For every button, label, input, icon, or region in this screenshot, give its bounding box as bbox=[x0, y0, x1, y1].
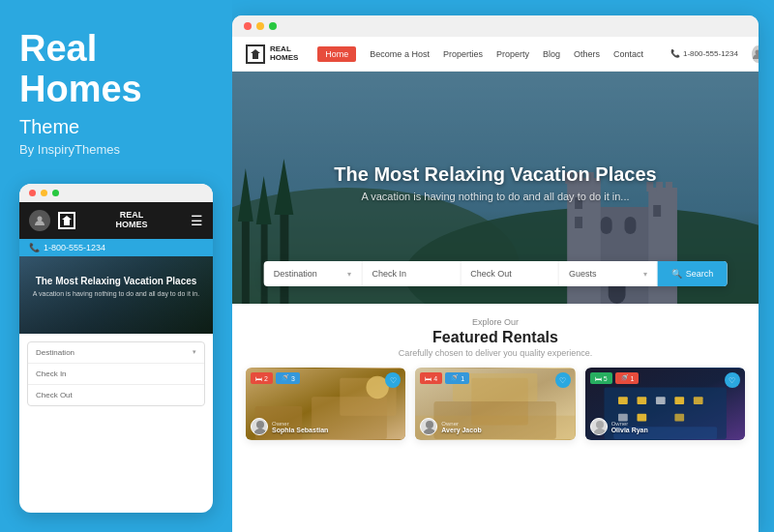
search-guests[interactable]: Guests ▾ bbox=[559, 261, 658, 286]
desktop-avatar[interactable] bbox=[752, 45, 759, 63]
mobile-avatar bbox=[29, 210, 50, 231]
badge-beds-1: 🛏 2 bbox=[251, 372, 273, 384]
svg-rect-48 bbox=[674, 414, 684, 422]
badge-baths-3: 🚿 1 bbox=[615, 372, 640, 384]
mobile-search-box: Destination ▾ Check In Check Out bbox=[27, 341, 205, 406]
mobile-hamburger-icon[interactable]: ☰ bbox=[191, 213, 203, 228]
svg-rect-24 bbox=[625, 217, 637, 234]
search-button[interactable]: 🔍 Search bbox=[658, 261, 728, 286]
nav-item-contact[interactable]: Contact bbox=[613, 49, 643, 59]
nav-item-properties[interactable]: Properties bbox=[443, 49, 483, 59]
badge-baths-2: 🚿 1 bbox=[445, 372, 469, 384]
mobile-search-destination[interactable]: Destination ▾ bbox=[28, 342, 204, 364]
badge-beds-3: 🛏 5 bbox=[590, 372, 612, 384]
rental-badges-2: 🛏 4 🚿 1 bbox=[420, 372, 469, 384]
rental-card-3[interactable]: 🛏 5 🚿 1 ♡ Owner Olivia bbox=[585, 368, 745, 440]
svg-rect-45 bbox=[693, 397, 702, 404]
nav-item-property[interactable]: Property bbox=[496, 49, 529, 59]
mobile-phone-number: 1-800-555-1234 bbox=[44, 243, 105, 252]
svg-point-4 bbox=[404, 207, 759, 304]
mobile-phone-bar: 📞 1-800-555-1234 bbox=[19, 239, 213, 256]
svg-rect-23 bbox=[601, 217, 612, 234]
mobile-dots-bar bbox=[19, 184, 213, 202]
svg-point-0 bbox=[38, 216, 43, 221]
mobile-dot-yellow bbox=[41, 190, 47, 196]
svg-marker-10 bbox=[275, 159, 294, 215]
chevron-icon: ▾ bbox=[643, 270, 647, 279]
svg-rect-18 bbox=[656, 182, 663, 192]
desktop-nav: REAL HOMES Home Become a Host Properties… bbox=[232, 37, 759, 72]
mobile-search-checkout[interactable]: Check Out bbox=[28, 385, 204, 405]
favorite-btn-3[interactable]: ♡ bbox=[725, 372, 740, 388]
featured-title: Featured Rentals bbox=[246, 329, 745, 346]
mobile-dot-green bbox=[52, 190, 59, 196]
owner-avatar-1 bbox=[251, 418, 268, 435]
favorite-btn-2[interactable]: ♡ bbox=[555, 372, 571, 388]
rental-card-1[interactable]: 🛏 2 🚿 3 ♡ Owner Sophia bbox=[246, 368, 405, 440]
desktop-hero: The Most Relaxing Vacation Places A vaca… bbox=[232, 72, 759, 304]
left-panel: Real Homes Theme By InspiryThemes bbox=[0, 0, 232, 532]
rental-image-1: 🛏 2 🚿 3 ♡ Owner Sophia bbox=[246, 368, 405, 440]
search-destination[interactable]: Destination ▾ bbox=[264, 261, 363, 286]
search-checkin[interactable]: Check In bbox=[362, 261, 461, 286]
svg-rect-41 bbox=[618, 397, 628, 404]
rental-owner-1: Owner Sophia Sebastian bbox=[251, 418, 328, 435]
theme-author: By InspiryThemes bbox=[19, 142, 213, 157]
badge-baths-1: 🚿 3 bbox=[276, 372, 300, 384]
nav-item-become-host[interactable]: Become a Host bbox=[370, 49, 430, 59]
svg-rect-5 bbox=[242, 217, 250, 304]
owner-avatar-2 bbox=[420, 418, 437, 435]
mobile-dot-red bbox=[29, 190, 36, 196]
phone-icon: 📞 bbox=[670, 49, 680, 58]
hero-search-bar: Destination ▾ Check In Check Out Guests … bbox=[264, 261, 728, 286]
rental-image-2: 🛏 4 🚿 1 ♡ Owner Avery J bbox=[415, 368, 575, 440]
hero-subtitle: A vacation is having nothing to do and a… bbox=[334, 191, 656, 202]
badge-beds-2: 🛏 4 bbox=[420, 372, 442, 384]
search-icon: 🔍 bbox=[671, 269, 682, 279]
svg-point-38 bbox=[426, 421, 433, 429]
nav-item-home[interactable]: Home bbox=[317, 46, 356, 62]
desktop-dot-yellow bbox=[256, 22, 264, 30]
svg-point-1 bbox=[755, 49, 759, 54]
nav-item-others[interactable]: Others bbox=[574, 49, 600, 59]
svg-point-50 bbox=[596, 421, 604, 429]
chevron-icon: ▾ bbox=[347, 270, 351, 279]
featured-subtitle: Carefully chosen to deliver you quality … bbox=[246, 348, 745, 358]
desktop-logo: REAL HOMES bbox=[246, 44, 298, 64]
mobile-logo-text: REAL HOMES bbox=[80, 211, 183, 230]
search-checkout[interactable]: Check Out bbox=[461, 261, 559, 286]
mobile-nav: REAL HOMES ☰ bbox=[19, 202, 213, 239]
rental-badges-3: 🛏 5 🚿 1 bbox=[590, 372, 640, 384]
svg-rect-43 bbox=[656, 397, 666, 404]
desktop-dot-red bbox=[244, 22, 252, 30]
desktop-dots-bar bbox=[232, 15, 759, 37]
svg-marker-6 bbox=[238, 168, 253, 222]
rental-image-3: 🛏 5 🚿 1 ♡ Owner Olivia bbox=[585, 368, 745, 440]
mobile-preview: REAL HOMES ☰ 📞 1-800-555-1234 The Most R… bbox=[19, 184, 213, 513]
hero-content: The Most Relaxing Vacation Places A vaca… bbox=[334, 163, 656, 212]
nav-item-blog[interactable]: Blog bbox=[543, 49, 560, 59]
mobile-hero: The Most Relaxing Vacation Places A vaca… bbox=[19, 256, 213, 334]
svg-marker-8 bbox=[256, 176, 272, 224]
svg-rect-19 bbox=[666, 182, 672, 192]
rental-badges-1: 🛏 2 🚿 3 bbox=[251, 372, 300, 384]
desktop-dot-green bbox=[269, 22, 277, 30]
owner-avatar-3 bbox=[590, 418, 608, 435]
mobile-search-checkin[interactable]: Check In bbox=[28, 364, 204, 385]
rental-owner-3: Owner Olivia Ryan bbox=[590, 418, 648, 435]
mobile-logo: REAL HOMES bbox=[58, 211, 183, 230]
featured-explore-label: Explore Our bbox=[246, 317, 745, 327]
theme-title: Real Homes bbox=[19, 29, 213, 110]
svg-rect-9 bbox=[280, 212, 288, 304]
desktop-phone: 📞 1-800-555-1234 bbox=[670, 49, 738, 58]
mobile-hero-title: The Most Relaxing Vacation Places bbox=[29, 276, 203, 286]
theme-subtitle: Theme bbox=[19, 116, 213, 138]
hero-title: The Most Relaxing Vacation Places bbox=[334, 163, 656, 186]
svg-rect-44 bbox=[674, 397, 684, 404]
mobile-logo-icon bbox=[58, 212, 75, 229]
rental-cards: 🛏 2 🚿 3 ♡ Owner Sophia bbox=[246, 368, 745, 440]
svg-rect-11 bbox=[586, 207, 663, 304]
featured-section: Explore Our Featured Rentals Carefully c… bbox=[232, 304, 759, 450]
phone-icon: 📞 bbox=[29, 243, 40, 252]
rental-card-2[interactable]: 🛏 4 🚿 1 ♡ Owner Avery J bbox=[415, 368, 575, 440]
